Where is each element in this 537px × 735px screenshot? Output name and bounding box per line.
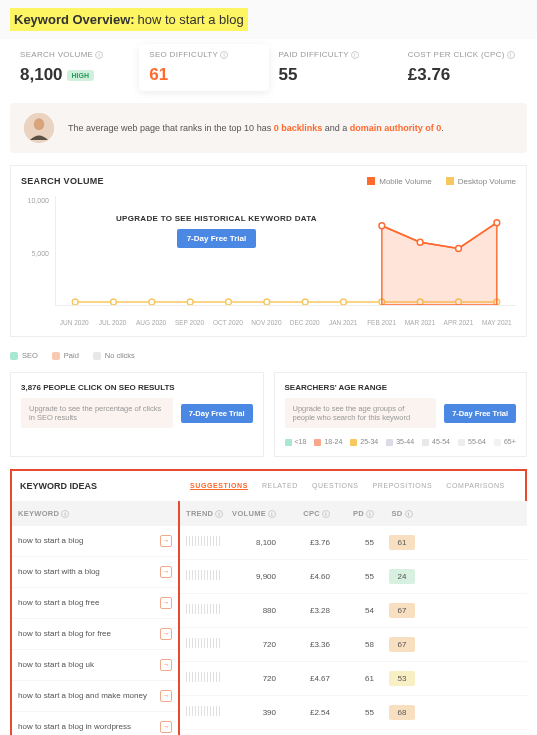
- x-tick: FEB 2021: [362, 319, 400, 326]
- cell-pd: 58: [338, 640, 382, 649]
- keyword-text: how to start a blog in wordpress: [18, 722, 131, 731]
- cell-pd: 54: [338, 606, 382, 615]
- info-icon[interactable]: i: [366, 510, 374, 518]
- tab-prepositions[interactable]: PREPOSITIONS: [373, 482, 433, 489]
- x-tick: MAR 2021: [401, 319, 439, 326]
- sparkline-icon: [186, 706, 222, 716]
- chart-plot: UPGRADE TO SEE HISTORICAL KEYWORD DATA 7…: [55, 196, 516, 306]
- age-bucket: 65+: [494, 438, 516, 446]
- tab-questions[interactable]: QUESTIONS: [312, 482, 359, 489]
- th-cpc: CPCi: [284, 509, 338, 518]
- expand-icon[interactable]: →: [160, 628, 172, 640]
- panel-sub: Upgrade to see the age groups of people …: [285, 398, 437, 428]
- th-keyword: KEYWORDi: [18, 509, 172, 518]
- th-volume: VOLUMEi: [232, 509, 284, 518]
- cell-cpc: £4.67: [284, 674, 338, 683]
- stat-label: PAID DIFFICULTYi: [279, 50, 388, 59]
- cell-cpc: £3.36: [284, 640, 338, 649]
- sparkline-icon: [186, 638, 222, 648]
- keyword-text: how to start a blog uk: [18, 660, 94, 669]
- cell-sd: 68: [382, 705, 422, 720]
- x-tick: JAN 2021: [324, 319, 362, 326]
- th-pd: PDi: [338, 509, 382, 518]
- volume-badge: HIGH: [67, 70, 95, 81]
- chart-legend: Mobile Volume Desktop Volume: [367, 177, 516, 186]
- keyword-row: how to start a blog and make money→: [12, 681, 178, 712]
- info-icon[interactable]: i: [351, 51, 359, 59]
- stat-value: 55: [279, 65, 388, 85]
- svg-point-17: [494, 220, 500, 226]
- trial-button[interactable]: 7-Day Free Trial: [444, 404, 516, 423]
- seo-legend: SEO Paid No clicks: [10, 351, 527, 360]
- trial-button[interactable]: 7-Day Free Trial: [181, 404, 253, 423]
- stat-paid-difficulty: PAID DIFFICULTYi 55: [269, 44, 398, 91]
- x-tick: DEC 2020: [286, 319, 324, 326]
- expand-icon[interactable]: →: [160, 690, 172, 702]
- info-icon[interactable]: i: [405, 510, 413, 518]
- cell-volume: 880: [232, 606, 284, 615]
- cell-trend: [186, 638, 232, 650]
- info-icon[interactable]: i: [322, 510, 330, 518]
- stat-cpc: COST PER CLICK (CPC)i £3.76: [398, 44, 527, 91]
- age-bucket: 18-24: [314, 438, 342, 446]
- svg-point-16: [456, 245, 462, 251]
- expand-icon[interactable]: →: [160, 721, 172, 733]
- cell-volume: 390: [232, 708, 284, 717]
- x-tick: OCT 2020: [209, 319, 247, 326]
- info-icon[interactable]: i: [220, 51, 228, 59]
- sparkline-icon: [186, 604, 222, 614]
- svg-point-15: [417, 239, 423, 245]
- expand-icon[interactable]: →: [160, 659, 172, 671]
- cell-sd: 67: [382, 637, 422, 652]
- cell-sd: 67: [382, 603, 422, 618]
- cell-cpc: £2.54: [284, 708, 338, 717]
- avatar: [24, 113, 54, 143]
- tab-comparisons[interactable]: COMPARISONS: [446, 482, 505, 489]
- legend-noclicks: No clicks: [93, 351, 135, 360]
- panels-row: 3,876 PEOPLE CLICK ON SEO RESULTS Upgrad…: [10, 372, 527, 457]
- tab-related[interactable]: RELATED: [262, 482, 298, 489]
- sparkline-icon: [186, 536, 222, 546]
- stat-search-volume: SEARCH VOLUMEi 8,100HIGH: [10, 44, 139, 91]
- keyword-text: how to start a blog free: [18, 598, 99, 607]
- expand-icon[interactable]: →: [160, 566, 172, 578]
- search-volume-chart: SEARCH VOLUME Mobile Volume Desktop Volu…: [10, 165, 527, 337]
- svg-point-14: [379, 223, 385, 229]
- trial-button[interactable]: 7-Day Free Trial: [177, 229, 257, 248]
- stat-value: 8,100HIGH: [20, 65, 129, 85]
- panel-sub: Upgrade to see the percentage of clicks …: [21, 398, 173, 428]
- sparkline-icon: [186, 672, 222, 682]
- stat-label: SEO DIFFICULTYi: [149, 50, 258, 59]
- keyword-row: how to start a blog→: [12, 526, 178, 557]
- keyword-row: how to start a blog free→: [12, 588, 178, 619]
- info-icon[interactable]: i: [61, 510, 69, 518]
- insight-banner: The average web page that ranks in the t…: [10, 103, 527, 153]
- age-legend: <1818-2425-3435-4445-5455-6465+: [285, 438, 517, 446]
- panel-title: 3,876 PEOPLE CLICK ON SEO RESULTS: [21, 383, 253, 392]
- legend-desktop: Desktop Volume: [446, 177, 516, 186]
- stats-row: SEARCH VOLUMEi 8,100HIGH SEO DIFFICULTYi…: [0, 39, 537, 103]
- cell-pd: 55: [338, 708, 382, 717]
- insight-text: The average web page that ranks in the t…: [68, 123, 444, 133]
- cell-sd: 53: [382, 671, 422, 686]
- cell-volume: 8,100: [232, 538, 284, 547]
- svg-point-8: [302, 299, 308, 305]
- info-icon[interactable]: i: [215, 510, 223, 518]
- upgrade-text: UPGRADE TO SEE HISTORICAL KEYWORD DATA: [116, 214, 317, 223]
- legend-mobile: Mobile Volume: [367, 177, 431, 186]
- age-bucket: 55-64: [458, 438, 486, 446]
- expand-icon[interactable]: →: [160, 535, 172, 547]
- data-row: 720£3.365867: [180, 628, 527, 662]
- cell-sd: 61: [382, 535, 422, 550]
- cell-volume: 720: [232, 640, 284, 649]
- cell-trend: [186, 536, 232, 548]
- expand-icon[interactable]: →: [160, 597, 172, 609]
- info-icon[interactable]: i: [268, 510, 276, 518]
- cell-trend: [186, 672, 232, 684]
- age-bucket: 45-54: [422, 438, 450, 446]
- info-icon[interactable]: i: [95, 51, 103, 59]
- info-icon[interactable]: i: [507, 51, 515, 59]
- tab-suggestions[interactable]: SUGGESTIONS: [190, 482, 248, 489]
- cell-cpc: £4.60: [284, 572, 338, 581]
- keyword-row: how to start a blog uk→: [12, 650, 178, 681]
